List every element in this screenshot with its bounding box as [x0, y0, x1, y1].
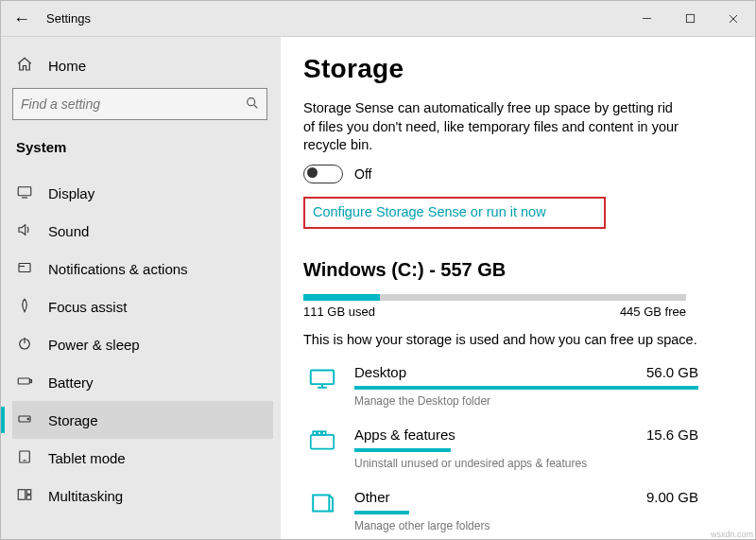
svg-rect-24 [311, 435, 334, 449]
category-body: Desktop56.0 GB Manage the Desktop folder [354, 364, 698, 408]
nav-list: Display Sound Notifications & actions Fo… [12, 174, 273, 514]
svg-rect-19 [26, 489, 31, 494]
drive-heading: Windows (C:) - 557 GB [303, 259, 698, 281]
category-sub: Uninstall unused or undesired apps & fea… [354, 457, 698, 470]
apps-icon [303, 427, 341, 455]
nav-label: Multitasking [48, 488, 123, 504]
sidebar: Home System Display Sound Notifications [1, 37, 281, 539]
configure-storage-sense-link[interactable]: Configure Storage Sense or run it now [313, 204, 546, 219]
search-box[interactable] [12, 88, 267, 120]
category-size: 15.6 GB [646, 427, 698, 443]
toggle-label: Off [354, 166, 371, 182]
usage-description: This is how your storage is used and how… [303, 332, 698, 347]
category-bar [354, 511, 409, 514]
notifications-icon [16, 259, 33, 279]
svg-rect-8 [19, 263, 30, 271]
sound-icon [16, 221, 33, 241]
power-icon [16, 335, 33, 355]
nav-label: Display [48, 185, 94, 201]
highlight-box: Configure Storage Sense or run it now [303, 197, 606, 229]
nav-tablet-mode[interactable]: Tablet mode [12, 439, 273, 477]
category-sub: Manage other large folders [354, 519, 698, 532]
nav-power-sleep[interactable]: Power & sleep [12, 325, 273, 363]
svg-rect-6 [18, 186, 31, 195]
watermark: wsxdn.com [711, 530, 753, 539]
nav-label: Power & sleep [48, 337, 140, 353]
settings-window: ← Settings Home System Display [0, 0, 756, 540]
home-icon [16, 56, 33, 76]
category-other[interactable]: Other9.00 GB Manage other large folders [303, 489, 698, 532]
storage-sense-toggle-row: Off [303, 165, 698, 183]
nav-display[interactable]: Display [12, 174, 273, 212]
used-label: 111 GB used [303, 305, 375, 319]
svg-rect-21 [311, 370, 334, 384]
svg-line-5 [254, 105, 257, 108]
window-controls [625, 1, 755, 37]
nav-sound[interactable]: Sound [12, 212, 273, 250]
svg-rect-12 [18, 378, 29, 384]
desktop-icon [303, 364, 341, 392]
category-name: Other [354, 489, 390, 505]
svg-rect-20 [26, 495, 31, 499]
page-title: Storage [303, 54, 698, 84]
category-bar [354, 386, 698, 390]
battery-icon [16, 373, 33, 392]
storage-icon [16, 410, 33, 430]
drive-usage-labels: 111 GB used 445 GB free [303, 305, 686, 319]
svg-rect-18 [18, 489, 26, 499]
titlebar: ← Settings [1, 1, 755, 37]
nav-label: Tablet mode [48, 450, 126, 466]
home-link[interactable]: Home [12, 48, 273, 82]
svg-rect-27 [322, 431, 326, 435]
category-name: Apps & features [354, 427, 455, 443]
nav-battery[interactable]: Battery [12, 363, 273, 401]
category-bar [354, 448, 451, 452]
storage-sense-desc: Storage Sense can automatically free up … [303, 99, 681, 155]
category-body: Other9.00 GB Manage other large folders [354, 489, 698, 532]
drive-usage-fill [303, 294, 380, 301]
nav-notifications[interactable]: Notifications & actions [12, 250, 273, 287]
nav-focus-assist[interactable]: Focus assist [12, 287, 273, 325]
category-name: Desktop [354, 364, 406, 380]
nav-label: Focus assist [48, 299, 127, 315]
storage-sense-toggle[interactable] [303, 165, 343, 183]
nav-multitasking[interactable]: Multitasking [12, 477, 273, 514]
category-apps[interactable]: Apps & features15.6 GB Uninstall unused … [303, 427, 698, 470]
svg-rect-13 [30, 379, 32, 382]
svg-rect-28 [313, 495, 329, 511]
svg-point-15 [27, 418, 29, 420]
category-sub: Manage the Desktop folder [354, 394, 698, 408]
display-icon [16, 183, 33, 203]
focus-assist-icon [16, 297, 33, 317]
content-pane: Storage Storage Sense can automatically … [281, 37, 755, 539]
category-size: 56.0 GB [646, 364, 698, 380]
nav-label: Sound [48, 223, 89, 239]
minimize-button[interactable] [625, 1, 668, 37]
tablet-icon [16, 448, 33, 468]
nav-label: Storage [48, 412, 98, 428]
search-input[interactable] [12, 88, 267, 120]
svg-rect-26 [318, 431, 321, 435]
svg-rect-25 [313, 431, 317, 435]
close-button[interactable] [712, 1, 755, 37]
svg-point-4 [248, 98, 255, 106]
home-label: Home [48, 58, 86, 74]
other-icon [303, 489, 341, 517]
back-button[interactable]: ← [1, 1, 43, 37]
svg-rect-1 [686, 14, 694, 22]
search-icon [245, 96, 260, 113]
nav-storage[interactable]: Storage [12, 401, 273, 439]
multitasking-icon [16, 486, 33, 506]
window-title: Settings [43, 11, 91, 26]
body: Home System Display Sound Notifications [1, 37, 755, 539]
maximize-button[interactable] [668, 1, 712, 37]
category-body: Apps & features15.6 GB Uninstall unused … [354, 427, 698, 470]
category-size: 9.00 GB [646, 489, 698, 505]
free-label: 445 GB free [620, 305, 686, 319]
nav-label: Notifications & actions [48, 261, 188, 277]
category-desktop[interactable]: Desktop56.0 GB Manage the Desktop folder [303, 364, 698, 408]
section-system: System [12, 133, 273, 174]
drive-usage-bar [303, 294, 686, 301]
nav-label: Battery [48, 375, 94, 391]
